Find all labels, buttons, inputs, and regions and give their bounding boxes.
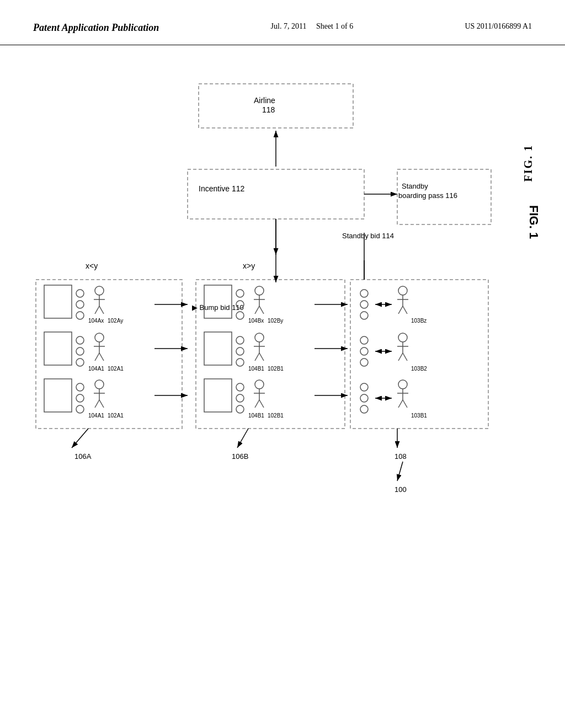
svg-text:103B1: 103B1 [411,413,427,419]
svg-point-34 [76,383,84,391]
svg-point-63 [255,333,264,342]
svg-line-113 [398,400,403,408]
diagram-area: FIG. 1 Airline 118 Incentive 112 Standby… [0,45,565,707]
x-gt-y-label: x>y [243,261,255,270]
svg-point-60 [236,336,244,344]
publication-date: Jul. 7, 2011 [271,22,307,30]
svg-point-74 [236,405,244,413]
svg-line-17 [99,306,104,314]
airline-id: 118 [262,105,275,114]
svg-rect-21 [44,332,72,365]
svg-rect-8 [36,280,182,429]
flight-108-label: 108 [395,452,407,461]
svg-line-93 [398,306,403,314]
svg-line-117 [397,462,403,481]
svg-line-40 [95,400,99,408]
svg-point-22 [76,336,84,344]
svg-line-103 [398,353,403,361]
patent-number: US 2011/0166899 A1 [465,22,532,31]
svg-point-100 [398,333,407,342]
svg-point-50 [236,312,244,319]
svg-line-83 [237,429,248,448]
person-icon-mid2 [254,333,265,361]
person-icon-left2 [94,333,105,361]
svg-point-90 [398,286,407,295]
svg-line-29 [99,353,104,361]
flight-106b-label: 106B [232,452,248,461]
sheet-info: Sheet 1 of 6 [316,22,353,30]
svg-rect-46 [196,280,345,429]
svg-point-98 [360,358,368,366]
svg-text:104B1: 104B1 [248,413,264,419]
svg-rect-47 [204,285,232,318]
svg-line-28 [95,353,99,361]
svg-line-45 [72,429,88,448]
svg-rect-59 [204,332,232,365]
svg-point-10 [76,290,84,297]
flight-106a-label: 106A [74,452,92,461]
svg-text:102A1: 102A1 [108,413,124,419]
svg-rect-4 [188,169,364,219]
svg-point-110 [398,380,407,389]
svg-line-55 [259,306,264,314]
standby-boarding-label2: boarding pass 116 [398,191,457,200]
standby-bid-label: Standby bid 114 [342,232,394,240]
svg-text:104Bx: 104Bx [248,318,264,324]
person-icon-right1 [397,286,408,314]
incentive-label: Incentive 112 [199,184,244,193]
svg-text:104B1: 104B1 [248,366,264,372]
header-center: Jul. 7, 2011 Sheet 1 of 6 [271,22,354,31]
svg-point-61 [236,347,244,355]
person-icon-left1 [94,286,105,314]
svg-point-25 [95,333,104,342]
page-header: Patent Application Publication Jul. 7, 2… [0,0,565,45]
svg-text:104Ax: 104Ax [88,318,104,324]
patent-diagram: Airline 118 Incentive 112 Standby boardi… [0,45,565,707]
svg-point-11 [76,301,84,308]
fig-label: FIG. 1 [527,205,541,239]
svg-text:102Ay: 102Ay [108,318,123,324]
svg-line-54 [255,306,259,314]
svg-point-75 [255,380,264,389]
x-lt-y-label: x<y [86,261,98,270]
svg-point-108 [360,405,368,413]
person-icon-left3 [94,380,105,408]
svg-text:102B1: 102B1 [268,413,284,419]
svg-line-114 [403,400,407,408]
svg-point-36 [76,405,84,413]
svg-line-66 [255,353,259,361]
svg-text:103B2: 103B2 [411,366,427,372]
svg-point-97 [360,347,368,355]
svg-point-23 [76,347,84,355]
standby-boarding-label: Standby [402,182,428,190]
svg-rect-9 [44,285,72,318]
svg-point-72 [236,383,244,391]
svg-point-107 [360,394,368,402]
svg-text:102B1: 102B1 [268,366,284,372]
svg-point-62 [236,358,244,366]
svg-line-67 [259,353,264,361]
svg-point-24 [76,358,84,366]
svg-line-41 [99,400,104,408]
svg-text:104A1: 104A1 [88,413,104,419]
svg-text:102By: 102By [268,318,283,324]
svg-line-79 [259,400,264,408]
svg-rect-2 [199,84,353,128]
svg-text:103Bz: 103Bz [411,318,427,324]
svg-point-37 [95,380,104,389]
svg-text:104A1: 104A1 [88,366,104,372]
person-icon-right3 [397,380,408,408]
svg-point-13 [95,286,104,295]
svg-point-12 [76,312,84,319]
svg-rect-71 [204,379,232,412]
svg-line-94 [403,306,407,314]
svg-line-78 [255,400,259,408]
svg-text:102A1: 102A1 [108,366,124,372]
svg-point-106 [360,383,368,391]
person-icon-mid1 [254,286,265,314]
svg-point-87 [360,312,368,319]
person-icon-mid3 [254,380,265,408]
svg-point-85 [360,290,368,297]
person-icon-right2 [397,333,408,361]
svg-rect-33 [44,379,72,412]
